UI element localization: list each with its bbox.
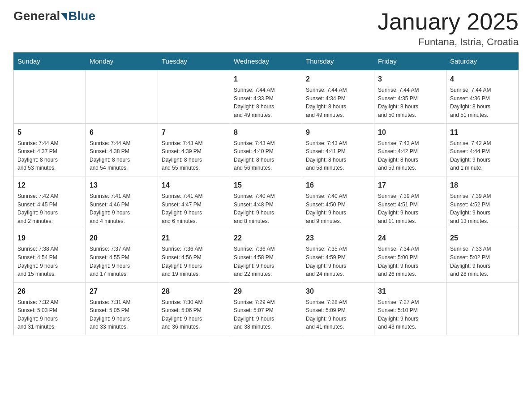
calendar-cell: 25Sunrise: 7:33 AM Sunset: 5:02 PM Dayli… [446,229,519,282]
day-number: 9 [306,127,370,138]
day-number: 28 [162,286,226,297]
calendar-cell [14,70,86,123]
day-info: Sunrise: 7:44 AM Sunset: 4:38 PM Dayligh… [90,139,154,172]
calendar-cell: 29Sunrise: 7:29 AM Sunset: 5:07 PM Dayli… [230,282,302,335]
day-number: 13 [90,180,154,191]
calendar-cell: 11Sunrise: 7:42 AM Sunset: 4:44 PM Dayli… [446,123,519,176]
calendar-cell: 19Sunrise: 7:38 AM Sunset: 4:54 PM Dayli… [14,229,86,282]
calendar-cell: 2Sunrise: 7:44 AM Sunset: 4:34 PM Daylig… [302,70,374,123]
day-number: 21 [162,233,226,244]
day-number: 10 [378,127,442,138]
day-info: Sunrise: 7:44 AM Sunset: 4:34 PM Dayligh… [306,86,370,119]
calendar-cell: 23Sunrise: 7:35 AM Sunset: 4:59 PM Dayli… [302,229,374,282]
calendar-cell: 5Sunrise: 7:44 AM Sunset: 4:37 PM Daylig… [14,123,86,176]
day-info: Sunrise: 7:43 AM Sunset: 4:39 PM Dayligh… [162,139,226,172]
day-info: Sunrise: 7:42 AM Sunset: 4:44 PM Dayligh… [450,139,515,172]
day-info: Sunrise: 7:44 AM Sunset: 4:37 PM Dayligh… [17,139,82,172]
calendar-cell: 20Sunrise: 7:37 AM Sunset: 4:55 PM Dayli… [86,229,158,282]
day-number: 25 [450,233,515,244]
calendar-cell: 8Sunrise: 7:43 AM Sunset: 4:40 PM Daylig… [230,123,302,176]
day-info: Sunrise: 7:43 AM Sunset: 4:40 PM Dayligh… [234,139,298,172]
day-number: 7 [162,127,226,138]
day-number: 6 [90,127,154,138]
day-number: 15 [234,180,298,191]
day-info: Sunrise: 7:44 AM Sunset: 4:33 PM Dayligh… [234,86,298,119]
calendar-week-row: 1Sunrise: 7:44 AM Sunset: 4:33 PM Daylig… [14,70,519,123]
day-info: Sunrise: 7:31 AM Sunset: 5:05 PM Dayligh… [90,298,154,331]
day-number: 5 [17,127,82,138]
day-number: 24 [378,233,442,244]
title-block: January 2025 Funtana, Istria, Croatia [378,9,519,48]
calendar-cell: 18Sunrise: 7:39 AM Sunset: 4:52 PM Dayli… [446,176,519,229]
calendar-cell: 26Sunrise: 7:32 AM Sunset: 5:03 PM Dayli… [14,282,86,335]
day-number: 14 [162,180,226,191]
calendar-cell: 14Sunrise: 7:41 AM Sunset: 4:47 PM Dayli… [158,176,230,229]
weekday-header-saturday: Saturday [446,53,519,70]
calendar-cell: 28Sunrise: 7:30 AM Sunset: 5:06 PM Dayli… [158,282,230,335]
weekday-header-wednesday: Wednesday [230,53,302,70]
calendar-cell: 15Sunrise: 7:40 AM Sunset: 4:48 PM Dayli… [230,176,302,229]
weekday-header-row: SundayMondayTuesdayWednesdayThursdayFrid… [14,53,519,70]
weekday-header-thursday: Thursday [302,53,374,70]
weekday-header-friday: Friday [374,53,446,70]
day-number: 8 [234,127,298,138]
calendar-title: January 2025 [378,9,519,34]
calendar-week-row: 5Sunrise: 7:44 AM Sunset: 4:37 PM Daylig… [14,123,519,176]
calendar-cell: 12Sunrise: 7:42 AM Sunset: 4:45 PM Dayli… [14,176,86,229]
day-number: 12 [17,180,82,191]
day-info: Sunrise: 7:27 AM Sunset: 5:10 PM Dayligh… [378,298,442,331]
day-info: Sunrise: 7:41 AM Sunset: 4:46 PM Dayligh… [90,192,154,225]
day-number: 19 [17,233,82,244]
calendar-cell: 7Sunrise: 7:43 AM Sunset: 4:39 PM Daylig… [158,123,230,176]
day-number: 3 [378,74,442,85]
day-info: Sunrise: 7:40 AM Sunset: 4:50 PM Dayligh… [306,192,370,225]
day-info: Sunrise: 7:33 AM Sunset: 5:02 PM Dayligh… [450,245,515,278]
day-info: Sunrise: 7:28 AM Sunset: 5:09 PM Dayligh… [306,298,370,331]
day-number: 27 [90,286,154,297]
calendar-week-row: 12Sunrise: 7:42 AM Sunset: 4:45 PM Dayli… [14,176,519,229]
day-info: Sunrise: 7:37 AM Sunset: 4:55 PM Dayligh… [90,245,154,278]
day-info: Sunrise: 7:41 AM Sunset: 4:47 PM Dayligh… [162,192,226,225]
day-info: Sunrise: 7:44 AM Sunset: 4:35 PM Dayligh… [378,86,442,119]
calendar-cell [158,70,230,123]
day-info: Sunrise: 7:30 AM Sunset: 5:06 PM Dayligh… [162,298,226,331]
calendar-table: SundayMondayTuesdayWednesdayThursdayFrid… [13,52,519,335]
day-info: Sunrise: 7:34 AM Sunset: 5:00 PM Dayligh… [378,245,442,278]
calendar-subtitle: Funtana, Istria, Croatia [378,36,519,48]
day-number: 31 [378,286,442,297]
day-info: Sunrise: 7:44 AM Sunset: 4:36 PM Dayligh… [450,86,515,119]
calendar-cell: 10Sunrise: 7:43 AM Sunset: 4:42 PM Dayli… [374,123,446,176]
calendar-cell [86,70,158,123]
logo-blue-text: Blue [68,9,95,23]
day-info: Sunrise: 7:42 AM Sunset: 4:45 PM Dayligh… [17,192,82,225]
calendar-cell: 3Sunrise: 7:44 AM Sunset: 4:35 PM Daylig… [374,70,446,123]
logo-general-text: General [13,9,60,23]
day-info: Sunrise: 7:32 AM Sunset: 5:03 PM Dayligh… [17,298,82,331]
calendar-cell: 27Sunrise: 7:31 AM Sunset: 5:05 PM Dayli… [86,282,158,335]
day-number: 23 [306,233,370,244]
day-number: 4 [450,74,515,85]
calendar-cell: 22Sunrise: 7:36 AM Sunset: 4:58 PM Dayli… [230,229,302,282]
calendar-cell: 30Sunrise: 7:28 AM Sunset: 5:09 PM Dayli… [302,282,374,335]
day-number: 30 [306,286,370,297]
calendar-cell: 24Sunrise: 7:34 AM Sunset: 5:00 PM Dayli… [374,229,446,282]
day-info: Sunrise: 7:39 AM Sunset: 4:51 PM Dayligh… [378,192,442,225]
day-info: Sunrise: 7:29 AM Sunset: 5:07 PM Dayligh… [234,298,298,331]
day-info: Sunrise: 7:40 AM Sunset: 4:48 PM Dayligh… [234,192,298,225]
day-number: 1 [234,74,298,85]
day-info: Sunrise: 7:39 AM Sunset: 4:52 PM Dayligh… [450,192,515,225]
calendar-cell [446,282,519,335]
day-info: Sunrise: 7:36 AM Sunset: 4:58 PM Dayligh… [234,245,298,278]
day-info: Sunrise: 7:35 AM Sunset: 4:59 PM Dayligh… [306,245,370,278]
page-header: General Blue January 2025 Funtana, Istri… [13,9,519,48]
weekday-header-sunday: Sunday [14,53,86,70]
calendar-cell: 1Sunrise: 7:44 AM Sunset: 4:33 PM Daylig… [230,70,302,123]
day-info: Sunrise: 7:38 AM Sunset: 4:54 PM Dayligh… [17,245,82,278]
day-info: Sunrise: 7:43 AM Sunset: 4:42 PM Dayligh… [378,139,442,172]
day-number: 18 [450,180,515,191]
day-number: 22 [234,233,298,244]
day-number: 16 [306,180,370,191]
day-number: 11 [450,127,515,138]
calendar-cell: 17Sunrise: 7:39 AM Sunset: 4:51 PM Dayli… [374,176,446,229]
logo: General Blue [13,9,95,23]
